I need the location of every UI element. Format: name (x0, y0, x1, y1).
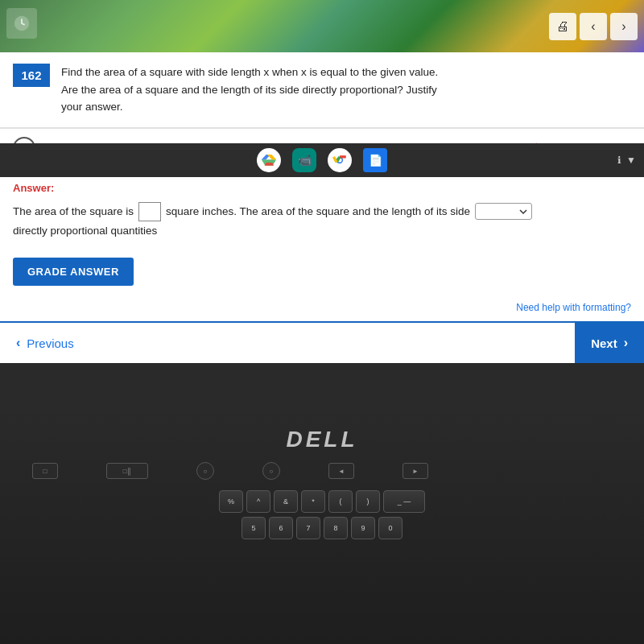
header-photo: 🖨 ‹ › (0, 0, 644, 52)
key-5[interactable]: 5 (242, 517, 266, 539)
key-dash[interactable]: _ — (383, 490, 425, 513)
keyboard: □ □║ ○ ○ ◄ ► % ^ & * ( ) _ — (32, 462, 612, 539)
key-6[interactable]: 6 (269, 517, 293, 539)
formatting-help-button[interactable]: Need help with formatting? (516, 302, 631, 313)
answer-section: Answer: The area of the square is square… (0, 169, 644, 246)
meet-icon[interactable]: 📹 (292, 148, 316, 172)
key-9[interactable]: 9 (351, 517, 375, 539)
key-caret[interactable]: ^ (246, 490, 270, 513)
wifi-icon: ▼ (626, 155, 636, 166)
taskbar-right: ℹ ▼ (617, 155, 636, 166)
back-button[interactable]: ‹ (580, 13, 607, 40)
home-icon (6, 8, 37, 39)
key-openparen[interactable]: ( (328, 490, 353, 513)
key-0[interactable]: 0 (378, 517, 402, 539)
content-area: 162 Find the area of a square with side … (0, 52, 644, 363)
grade-answer-button[interactable]: GRADE ANSWER (13, 258, 134, 286)
problem-number: 162 (13, 64, 50, 87)
key-closeparen[interactable]: ) (356, 490, 380, 513)
answer-text: The area of the square is square inches.… (13, 202, 631, 221)
previous-button[interactable]: ‹ Previous (0, 323, 90, 363)
next-button[interactable]: Next › (575, 323, 644, 363)
keyboard-row-numbers: 5 6 7 8 9 0 (32, 517, 612, 539)
key-7[interactable]: 7 (296, 517, 320, 539)
key-right[interactable]: ► (402, 463, 428, 479)
formatting-help-area: Need help with formatting? (0, 297, 644, 321)
bottom-row-icons: □ □║ ○ ○ ◄ ► (32, 462, 612, 480)
docs-icon[interactable]: 📄 (363, 148, 387, 172)
dell-logo: DELL (286, 427, 357, 452)
navigation-bar: ‹ Previous Next › (0, 321, 644, 363)
keyboard-row-symbols: % ^ & * ( ) _ — (32, 490, 612, 513)
key-percent[interactable]: % (219, 490, 243, 513)
problem-header: 162 Find the area of a square with side … (0, 52, 644, 128)
print-button[interactable]: 🖨 (549, 13, 576, 40)
key-asterisk[interactable]: * (301, 490, 325, 513)
proportional-dropdown[interactable]: are are not (475, 203, 532, 220)
key-ampersand[interactable]: & (274, 490, 298, 513)
laptop-body: DELL □ □║ ○ ○ ◄ ► % ^ & (0, 411, 644, 644)
answer-second-line: directly proportional quantities (13, 225, 631, 237)
key-rect1[interactable]: □ (32, 463, 58, 479)
forward-button[interactable]: › (610, 13, 638, 40)
area-input[interactable] (138, 202, 161, 221)
chrome-icon[interactable] (328, 148, 352, 172)
taskbar: 📹 📄 ℹ ▼ (0, 143, 644, 177)
key-rect2[interactable]: □║ (106, 463, 148, 479)
answer-label: Answer: (13, 182, 631, 194)
key-circle2[interactable]: ○ (262, 462, 280, 480)
next-arrow-icon: › (624, 336, 628, 350)
key-8[interactable]: 8 (324, 517, 348, 539)
status-indicator: ℹ (617, 155, 621, 166)
key-circle[interactable]: ○ (196, 462, 214, 480)
prev-arrow-icon: ‹ (16, 336, 20, 350)
key-left[interactable]: ◄ (328, 463, 354, 479)
problem-text: Find the area of a square with side leng… (61, 64, 438, 116)
google-drive-icon[interactable] (257, 148, 281, 172)
laptop-screen: 🖨 ‹ › 162 Find the area of a square with… (0, 0, 644, 411)
